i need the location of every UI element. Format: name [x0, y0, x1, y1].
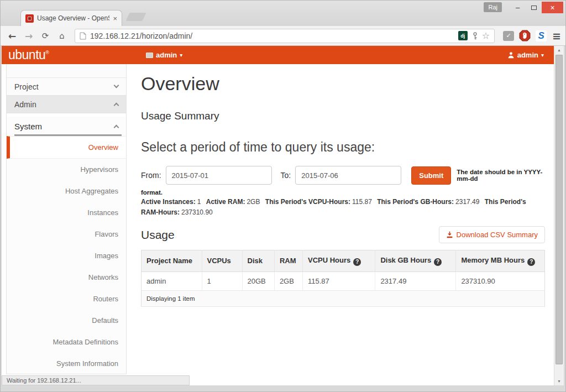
sidebar-group-admin[interactable]: Admin	[7, 96, 126, 113]
browser-menu-icon[interactable]: ≡	[552, 30, 561, 42]
project-switcher[interactable]: admin ▾	[146, 51, 182, 59]
user-menu-label: admin	[517, 51, 538, 59]
usage-section-header: Usage Download CSV Summary	[141, 226, 545, 243]
sidebar-item-hypervisors[interactable]: Hypervisors	[7, 159, 126, 180]
refresh-icon[interactable]: ⟳	[38, 31, 53, 41]
sidebar-section-label: System	[14, 122, 42, 131]
cell-vcpus: 1	[202, 271, 242, 290]
cell-disk-gb-hours: 2317.49	[375, 271, 456, 290]
sidebar-item-metadata-definitions[interactable]: Metadata Definitions	[7, 331, 126, 353]
submit-button[interactable]: Submit	[411, 166, 451, 185]
help-icon[interactable]: ?	[527, 258, 535, 266]
window-controls: Raj – ×	[484, 2, 563, 13]
sidebar-group-project[interactable]: Project	[7, 78, 126, 96]
sidebar-group-label: Project	[14, 82, 39, 91]
browser-window: Usage Overview - OpenSt × Raj – × ← → ⟳ …	[0, 0, 566, 392]
openstack-favicon-icon	[25, 14, 34, 23]
app-header: ubuntu® admin ▾ admin ▾	[2, 46, 554, 64]
to-date-input[interactable]	[295, 166, 401, 185]
table-footer-row: Displaying 1 item	[142, 290, 545, 306]
chevron-down-icon: ▾	[541, 52, 544, 58]
to-label: To:	[281, 171, 291, 180]
sidebar-item-instances[interactable]: Instances	[7, 202, 126, 223]
cell-disk: 20GB	[242, 271, 274, 290]
chevron-down-icon: ▾	[180, 52, 182, 58]
sidebar-item-defaults[interactable]: Defaults	[7, 310, 126, 331]
cell-vcpu-hours: 115.87	[302, 271, 375, 290]
usage-heading: Usage	[141, 228, 175, 242]
cell-project-name: admin	[142, 271, 202, 290]
sidebar-item-overview[interactable]: Overview	[7, 136, 126, 159]
cell-ram: 2GB	[274, 271, 302, 290]
sidebar-item-images[interactable]: Images	[7, 245, 126, 266]
scrollbar[interactable]: ▴ ▾	[554, 46, 564, 385]
stop-hand-extension-icon[interactable]	[519, 30, 531, 41]
scrollbar-thumb[interactable]	[555, 55, 563, 364]
sidebar-item-flavors[interactable]: Flavors	[7, 223, 126, 245]
maximize-icon	[531, 6, 537, 10]
minimize-button[interactable]: –	[510, 2, 526, 13]
sidebar-group-label: Admin	[14, 100, 36, 109]
period-form: From: To: Submit The date should be in Y…	[141, 166, 545, 185]
sidebar-spacer	[7, 64, 126, 78]
usage-stats: Active Instances:1 Active RAM:2GB This P…	[141, 197, 545, 217]
table-footer-text: Displaying 1 item	[142, 290, 545, 306]
url-bar[interactable]: 192.168.12.21/horizon/admin/ dj ☆	[75, 29, 495, 43]
help-icon[interactable]: ?	[353, 258, 361, 266]
sidebar-item-networks[interactable]: Networks	[7, 266, 126, 288]
project-switcher-label: admin	[156, 51, 177, 59]
home-icon[interactable]: ⌂	[55, 31, 69, 41]
stat-label: Active Instances:	[141, 198, 196, 206]
page-title: Overview	[141, 73, 545, 95]
close-button[interactable]: ×	[542, 2, 563, 13]
stat-label: Active RAM:	[206, 198, 245, 206]
stat-value: 115.87	[352, 198, 372, 206]
status-bar: Waiting for 192.168.12.21...	[2, 375, 190, 385]
sidebar-section-system[interactable]: System	[7, 117, 126, 136]
sidebar-item-routers[interactable]: Routers	[7, 288, 126, 310]
page-icon	[80, 32, 86, 40]
table-header-row: Project Name VCPUs Disk RAM VCPU Hours? …	[142, 250, 545, 272]
bookmark-star-icon[interactable]: ☆	[482, 32, 490, 40]
profile-badge[interactable]: Raj	[484, 2, 502, 12]
forward-icon[interactable]: →	[22, 30, 36, 41]
s-extension-icon[interactable]: S	[536, 30, 547, 41]
maximize-button[interactable]	[526, 2, 542, 13]
titlebar: Usage Overview - OpenSt × Raj – ×	[1, 1, 565, 26]
chevron-up-icon	[114, 125, 119, 130]
browser-tab[interactable]: Usage Overview - OpenSt ×	[20, 10, 122, 26]
table-row: admin 1 20GB 2GB 115.87 2317.49 237310.9…	[142, 271, 545, 290]
query-heading: Select a period of time to query its usa…	[141, 140, 545, 155]
stat-value: 2GB	[247, 198, 260, 206]
sidebar-item-system-information[interactable]: System Information	[7, 353, 126, 374]
ubuntu-logo: ubuntu®	[8, 49, 49, 61]
sidebar-item-host-aggregates[interactable]: Host Aggregates	[7, 180, 126, 202]
help-icon[interactable]: ?	[434, 258, 442, 266]
col-ram: RAM	[274, 250, 302, 272]
scroll-down-icon[interactable]: ▾	[554, 377, 564, 385]
sidebar: Project Admin System Overview Hypervisor…	[6, 64, 127, 374]
project-icon	[146, 53, 153, 58]
back-icon[interactable]: ←	[5, 30, 19, 41]
user-icon	[507, 51, 515, 59]
web-page: ubuntu® admin ▾ admin ▾ Project	[2, 46, 554, 385]
new-tab-button[interactable]	[126, 13, 146, 21]
key-icon[interactable]	[471, 32, 479, 40]
stat-label: This Period's GB-Hours:	[377, 198, 454, 206]
download-csv-button[interactable]: Download CSV Summary	[439, 226, 545, 243]
stat-label: This Period's VCPU-Hours:	[265, 198, 350, 206]
django-extension-icon[interactable]: dj	[458, 31, 468, 40]
checkmark-extension-icon[interactable]: ✓	[503, 31, 514, 41]
scroll-up-icon[interactable]: ▴	[554, 46, 564, 54]
col-vcpu-hours: VCPU Hours?	[302, 250, 375, 272]
user-menu[interactable]: admin ▾	[507, 51, 544, 59]
url-text[interactable]: 192.168.12.21/horizon/admin/	[90, 32, 455, 40]
tab-close-icon[interactable]: ×	[113, 14, 117, 23]
date-format-hint: The date should be in YYYY-mm-dd	[457, 169, 545, 182]
from-date-input[interactable]	[166, 166, 272, 185]
stat-value: 2317.49	[455, 198, 479, 206]
download-icon	[446, 231, 453, 238]
col-memory-mb-hours: Memory MB Hours?	[456, 250, 545, 272]
col-vcpus: VCPUs	[202, 250, 242, 272]
browser-toolbar: ← → ⟳ ⌂ 192.168.12.21/horizon/admin/ dj …	[1, 26, 565, 46]
